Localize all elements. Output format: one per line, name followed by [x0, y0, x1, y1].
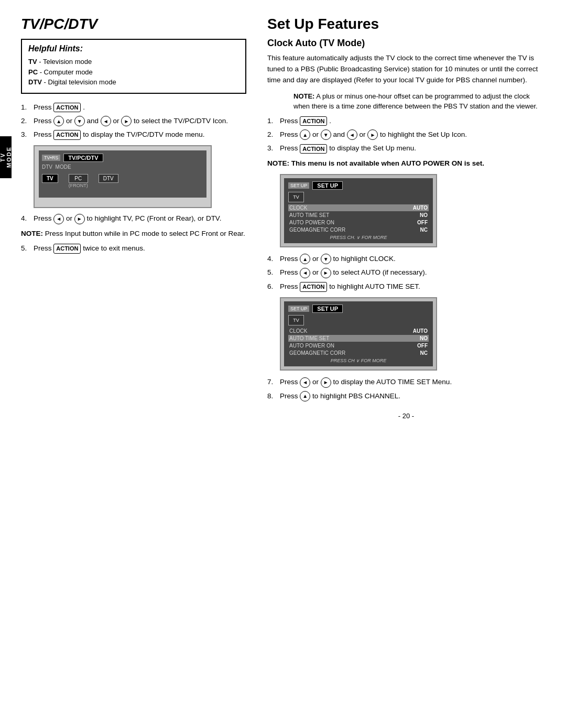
hint-pc: PC - Computer mode	[28, 67, 239, 78]
r-right-icon: ►	[367, 129, 378, 140]
r-step-1: 1. Press ACTION .	[267, 116, 545, 126]
r-action-badge-1: ACTION	[300, 116, 327, 126]
setup-row-clock: CLOCK AUTO	[288, 204, 429, 211]
note-auto-power: NOTE: This menu is not available when AU…	[267, 158, 545, 169]
left-steps-3: 5. Press ACTION twice to exit menus.	[21, 243, 246, 254]
setup-screen-header-1: SET UP SET UP	[288, 181, 429, 190]
r-left-icon: ◄	[347, 129, 357, 140]
setup-screen-2: SET UP SET UP TV CLOCK AUTO AUTO TIME SE…	[280, 297, 437, 371]
note-offset: NOTE: A plus or minus one-hour offset ca…	[293, 91, 545, 112]
setup-screen-inner-1: SET UP SET UP TV CLOCK AUTO AUTO TIME SE…	[284, 178, 433, 243]
setup-press-row-2: PRESS CH ∨ FOR MORE	[288, 358, 429, 363]
setup-row-autotime: AUTO TIME SET NO	[288, 212, 429, 219]
left-steps: 1. Press ACTION . 2. Press ▲ or ▼ and ◄ …	[21, 102, 246, 140]
hint-tv: TV - Television mode	[28, 57, 239, 67]
setup2-row-geomag: GEOMAGNETIC CORR NC	[288, 350, 429, 356]
r-step-4: 4. Press ▲ or ▼ to highlight CLOCK.	[267, 254, 545, 264]
step-2: 2. Press ▲ or ▼ and ◄ or ► to select the…	[21, 116, 246, 126]
page-number: - 20 -	[267, 412, 545, 420]
tv-mode-tab: TV MODE	[0, 136, 12, 178]
setup-title-1: SET UP	[312, 181, 343, 190]
down-icon: ▼	[74, 116, 85, 126]
left-column: TV MODE TV/PC/DTV Helpful Hints: TV - Te…	[0, 0, 257, 728]
r-down-4: ▼	[321, 254, 331, 264]
right-page-title: Set Up Features	[267, 16, 545, 32]
r-left-7: ◄	[300, 377, 310, 388]
helpful-hints-title: Helpful Hints:	[28, 44, 239, 53]
screen-header-title: TV/PC/DTV	[63, 154, 103, 162]
step-4: 4. Press ◄ or ► to highlight TV, PC (Fro…	[21, 213, 246, 224]
screen-pc-btn: PC (FRONT)	[69, 174, 88, 188]
setup-screen-inner-2: SET UP SET UP TV CLOCK AUTO AUTO TIME SE…	[284, 301, 433, 366]
screen-bottom-row: TV PC (FRONT) DTV	[42, 174, 203, 188]
setup-press-row-1: PRESS CH. ∨ FOR MORE	[288, 235, 429, 240]
action-badge-3: ACTION	[53, 130, 81, 140]
setup2-row-autotime: AUTO TIME SET NO	[288, 335, 429, 342]
right-icon-4: ►	[74, 214, 85, 224]
section-title: Clock Auto (TV Mode)	[267, 38, 545, 49]
left-icon-4: ◄	[53, 214, 64, 224]
action-badge-1: ACTION	[53, 103, 81, 113]
right-steps-3: 7. Press ◄ or ► to display the AUTO TIME…	[267, 377, 545, 401]
up-icon: ▲	[53, 116, 64, 126]
left-page-title: TV/PC/DTV	[21, 16, 246, 32]
r-action-6: ACTION	[300, 282, 327, 292]
setup-title-2: SET UP	[312, 305, 343, 313]
right-icon: ►	[121, 116, 132, 126]
right-column: Set Up Features Clock Auto (TV Mode) Thi…	[257, 0, 566, 728]
right-steps-1: 1. Press ACTION . 2. Press ▲ or ▼ and ◄ …	[267, 116, 545, 154]
r-up-icon: ▲	[300, 129, 310, 140]
action-badge-5: ACTION	[53, 244, 81, 254]
step-1: 1. Press ACTION .	[21, 102, 246, 113]
setup2-row-autopower: AUTO POWER ON OFF	[288, 342, 429, 349]
setup-tv-box-1: TV	[288, 192, 304, 202]
setup-row-autopower: AUTO POWER ON OFF	[288, 219, 429, 226]
screen-header-label: TV•RS	[42, 155, 60, 161]
screen-dtv-btn: DTV	[99, 174, 118, 188]
screen-inner-1: TV•RS TV/PC/DTV DTV MODE TV PC (FRONT) D…	[39, 150, 206, 198]
step-3: 3. Press ACTION to display the TV/PC/DTV…	[21, 129, 246, 140]
step-5: 5. Press ACTION twice to exit menus.	[21, 243, 246, 254]
r-step-3: 3. Press ACTION to display the Set Up me…	[267, 143, 545, 154]
r-action-badge-3: ACTION	[300, 144, 327, 154]
r-step-2: 2. Press ▲ or ▼ and ◄ or ► to highlight …	[267, 129, 545, 140]
r-step-8: 8. Press ▲ to highlight PBS CHANNEL.	[267, 391, 545, 401]
screen-tv-btn: TV	[42, 174, 58, 188]
r-left-5: ◄	[300, 268, 310, 278]
right-steps-2: 4. Press ▲ or ▼ to highlight CLOCK. 5. P…	[267, 254, 545, 292]
screen-mockup-1: TV•RS TV/PC/DTV DTV MODE TV PC (FRONT) D…	[34, 145, 212, 208]
r-right-7: ►	[321, 377, 331, 388]
left-icon: ◄	[101, 116, 111, 126]
left-steps-2: 4. Press ◄ or ► to highlight TV, PC (Fro…	[21, 213, 246, 224]
r-up-8: ▲	[300, 391, 310, 401]
note-1: NOTE: Press Input button while in PC mod…	[21, 229, 246, 239]
r-step-5: 5. Press ◄ or ► to select AUTO (if neces…	[267, 267, 545, 278]
r-down-icon: ▼	[321, 129, 331, 140]
setup-label-1: SET UP	[288, 182, 309, 189]
setup-row-geomag: GEOMAGNETIC CORR NC	[288, 226, 429, 233]
setup-label-2: SET UP	[288, 306, 309, 312]
r-up-4: ▲	[300, 254, 310, 264]
r-step-7: 7. Press ◄ or ► to display the AUTO TIME…	[267, 377, 545, 387]
r-right-5: ►	[321, 268, 331, 278]
setup2-row-clock: CLOCK AUTO	[288, 328, 429, 334]
setup-tv-box-2: TV	[288, 315, 304, 325]
hint-dtv: DTV - Digital television mode	[28, 77, 239, 88]
screen-subtitle: DTV MODE	[42, 164, 203, 170]
setup-screen-header-2: SET UP SET UP	[288, 305, 429, 313]
helpful-hints-box: Helpful Hints: TV - Television mode PC -…	[21, 39, 246, 94]
body-text: This feature automatically adjusts the T…	[267, 53, 545, 86]
setup-screen-1: SET UP SET UP TV CLOCK AUTO AUTO TIME SE…	[280, 174, 437, 247]
r-step-6: 6. Press ACTION to highlight AUTO TIME S…	[267, 281, 545, 292]
